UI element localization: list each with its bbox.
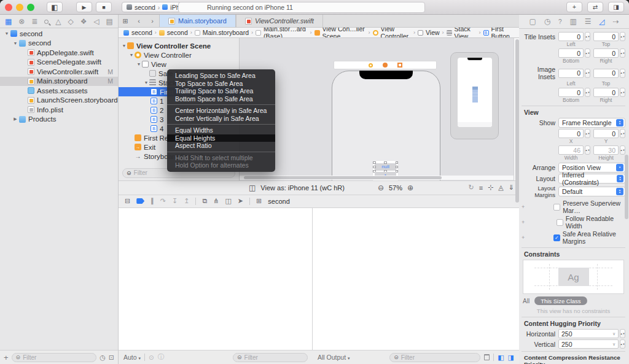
variables-view[interactable] bbox=[119, 208, 313, 350]
safe-area-relative-margins-checkbox[interactable]: ✓ bbox=[553, 234, 560, 241]
add-file-button[interactable]: + bbox=[4, 353, 9, 362]
size-inspector-icon[interactable]: ◿ bbox=[599, 17, 604, 26]
forward-button[interactable]: › bbox=[146, 15, 159, 27]
process-grid-icon[interactable]: ⊞ bbox=[256, 197, 262, 205]
variables-filter-field[interactable]: ⊝ bbox=[233, 353, 308, 362]
run-button[interactable]: ▶ bbox=[76, 2, 92, 12]
tree-row-file[interactable]: Info.plist bbox=[0, 105, 118, 115]
stepper[interactable]: ▲▼ bbox=[620, 32, 625, 41]
stepper[interactable]: ▲▼ bbox=[620, 88, 625, 97]
tree-row-file[interactable]: AppDelegate.swift bbox=[0, 48, 118, 58]
breakpoint-navigator-icon[interactable]: ◁ bbox=[93, 17, 99, 26]
view-hierarchy-debugger-icon[interactable]: ⧉ bbox=[202, 197, 207, 205]
menu-item-center-horizontally[interactable]: Center Horizontally in Safe Area bbox=[167, 107, 275, 115]
hugging-vertical-field[interactable]: 250∨ bbox=[558, 339, 619, 349]
add-constraint-plus[interactable]: + bbox=[522, 234, 528, 241]
stepper[interactable]: ▲▼ bbox=[585, 32, 590, 41]
menu-item-trailing-space[interactable]: Trailing Space to Safe Area bbox=[167, 87, 275, 95]
tree-row-file[interactable]: Assets.xcassets bbox=[0, 86, 118, 96]
step-into-icon[interactable]: ↧ bbox=[172, 197, 178, 205]
tree-row-folder[interactable]: ▼ second bbox=[0, 39, 118, 48]
console-filter-field[interactable]: ⊝ bbox=[389, 353, 480, 362]
stop-button[interactable]: ■ bbox=[96, 2, 112, 12]
first-button-selected[interactable]: null bbox=[375, 163, 396, 171]
jumpbar-item[interactable]: second bbox=[167, 29, 188, 36]
image-inset-bottom-field[interactable]: 0 bbox=[558, 88, 584, 97]
disclosure-open-icon[interactable]: ▼ bbox=[12, 41, 18, 45]
source-control-navigator-icon[interactable]: ⊗ bbox=[18, 17, 25, 26]
height-field[interactable]: 30 bbox=[593, 145, 619, 155]
step-out-icon[interactable]: ↥ bbox=[184, 197, 189, 205]
outline-row-view-controller[interactable]: ▼ View Controller bbox=[119, 50, 239, 60]
issue-navigator-icon[interactable]: △ bbox=[55, 17, 61, 26]
tree-row-file[interactable]: SceneDelegate.swift bbox=[0, 58, 118, 68]
stepper[interactable]: ▲▼ bbox=[620, 329, 625, 338]
symbol-navigator-icon[interactable]: ≣ bbox=[31, 17, 37, 26]
zoom-out-button[interactable]: ⊖ bbox=[378, 184, 384, 192]
jumpbar-item[interactable]: View Controller bbox=[381, 28, 411, 38]
outline-row-scene[interactable]: ▼ View Controller Scene bbox=[119, 41, 239, 50]
title-inset-left-field[interactable]: 0 bbox=[558, 32, 584, 41]
environment-overrides-icon[interactable]: ◫ bbox=[225, 197, 231, 205]
tree-row-folder[interactable]: ▶ Products bbox=[0, 115, 118, 125]
back-button[interactable]: ‹ bbox=[132, 15, 146, 27]
jumpbar-item[interactable]: View Con…ller Scene bbox=[322, 28, 366, 38]
disclosure-open-icon[interactable]: ▼ bbox=[128, 53, 135, 57]
stepper[interactable]: ▲▼ bbox=[585, 145, 590, 155]
report-navigator-icon[interactable]: ▤ bbox=[106, 17, 113, 26]
breakpoints-toggle-icon[interactable] bbox=[136, 198, 144, 204]
tree-row-project[interactable]: ▼ second bbox=[0, 29, 118, 39]
stepper[interactable]: ▲▼ bbox=[585, 48, 590, 58]
width-field[interactable]: 46 bbox=[558, 145, 584, 155]
add-constraint-plus[interactable]: + bbox=[522, 204, 528, 210]
console-view[interactable] bbox=[313, 208, 519, 350]
menu-item-equal-widths[interactable]: Equal Widths bbox=[167, 126, 275, 134]
jumpbar-item[interactable]: Main.stor…ard (Base) bbox=[264, 28, 308, 38]
x-field[interactable]: 0 bbox=[558, 129, 584, 138]
stepper[interactable]: ▲▼ bbox=[585, 129, 590, 138]
canvas-horizontal-scrollbar[interactable] bbox=[240, 176, 514, 180]
align-icon[interactable]: ≡ bbox=[479, 184, 483, 192]
file-inspector-icon[interactable]: ▢ bbox=[529, 17, 536, 26]
info-icon[interactable]: ⓘ bbox=[158, 353, 165, 362]
segment-all[interactable]: All bbox=[523, 298, 529, 304]
jumpbar-item[interactable]: second bbox=[131, 29, 152, 36]
close-window-button[interactable] bbox=[5, 4, 12, 11]
menu-item-aspect-ratio[interactable]: Aspect Ratio bbox=[167, 142, 275, 150]
disclosure-open-icon[interactable]: ▼ bbox=[4, 31, 10, 36]
stepper[interactable]: ▲▼ bbox=[620, 69, 625, 78]
stepper[interactable]: ▲▼ bbox=[585, 69, 590, 78]
debug-navigator-icon[interactable]: ❖ bbox=[80, 17, 87, 26]
jumpbar-item[interactable]: First Button bbox=[491, 28, 514, 38]
tab-overview-icon[interactable]: ⊞ bbox=[119, 15, 132, 27]
hide-debug-area-icon[interactable]: ⊟ bbox=[125, 197, 130, 205]
stepper[interactable]: ▲▼ bbox=[620, 339, 625, 349]
menu-item-center-vertically[interactable]: Center Vertically in Safe Area bbox=[167, 115, 275, 123]
project-navigator-icon[interactable]: ▦ bbox=[5, 17, 12, 26]
image-inset-left-field[interactable]: 0 bbox=[558, 69, 584, 78]
identity-inspector-icon[interactable]: ▥ bbox=[569, 17, 576, 26]
find-navigator-icon[interactable] bbox=[44, 17, 49, 26]
quick-help-inspector-icon[interactable]: ? bbox=[558, 18, 562, 25]
menu-item-equal-heights[interactable]: Equal Heights bbox=[167, 134, 275, 142]
tree-row-file-selected[interactable]: Main.storyboard M bbox=[0, 77, 118, 87]
disclosure-open-icon[interactable]: ▼ bbox=[121, 44, 127, 48]
disclosure-open-icon[interactable]: ▼ bbox=[143, 80, 149, 85]
inspector-scrollbar[interactable] bbox=[625, 155, 628, 219]
zoom-level[interactable]: 57% bbox=[389, 184, 402, 192]
test-navigator-icon[interactable]: ◇ bbox=[68, 17, 73, 26]
console-filter-input[interactable] bbox=[401, 354, 476, 361]
update-frames-icon[interactable]: ↻ bbox=[468, 184, 474, 192]
jumpbar-item[interactable]: View bbox=[426, 29, 440, 36]
show-console-icon[interactable]: ◨ bbox=[508, 354, 514, 362]
embed-icon[interactable]: ⇓ bbox=[509, 184, 514, 192]
storyboard-canvas[interactable]: null 1 2 3 4 bbox=[240, 38, 514, 180]
tab-viewcontroller-swift[interactable]: ViewController.swift bbox=[236, 15, 323, 27]
scene-dock[interactable] bbox=[334, 61, 437, 69]
segment-this-size-class[interactable]: This Size Class bbox=[534, 296, 587, 305]
show-popup[interactable]: Frame Rectangle ▲▼ bbox=[558, 118, 625, 128]
pause-icon[interactable]: ∥ bbox=[150, 197, 154, 205]
disclosure-closed-icon[interactable]: ▶ bbox=[12, 117, 18, 122]
stepper[interactable]: ▲▼ bbox=[620, 48, 625, 58]
stepper[interactable]: ▲▼ bbox=[585, 88, 590, 97]
